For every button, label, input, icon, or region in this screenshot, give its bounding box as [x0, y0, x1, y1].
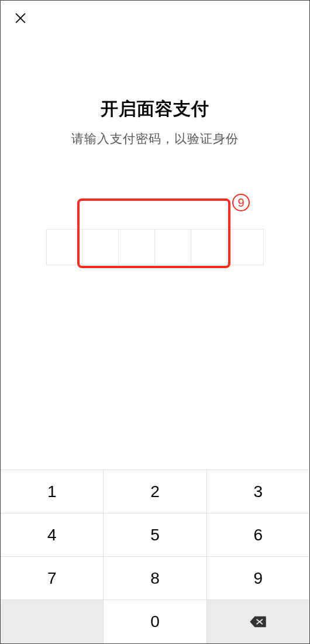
pin-box-4 — [155, 229, 191, 265]
backspace-icon — [249, 615, 267, 628]
pin-box-6 — [228, 229, 264, 265]
keypad-key-6[interactable]: 6 — [207, 513, 309, 557]
keypad-key-5[interactable]: 5 — [104, 513, 206, 557]
keypad-key-1[interactable]: 1 — [1, 470, 104, 513]
page-title: 开启面容支付 — [1, 97, 309, 121]
pin-box-2 — [82, 229, 119, 265]
pin-input-row[interactable] — [1, 229, 309, 265]
keypad-key-3[interactable]: 3 — [207, 470, 309, 513]
keypad-key-0[interactable]: 0 — [104, 600, 206, 643]
keypad-key-8[interactable]: 8 — [104, 557, 206, 600]
pin-box-3 — [119, 229, 155, 265]
keypad-key-7[interactable]: 7 — [1, 557, 104, 600]
keypad-key-2[interactable]: 2 — [104, 470, 206, 513]
pin-box-5 — [191, 229, 228, 265]
keypad-key-blank — [1, 600, 104, 643]
numeric-keypad: 1 2 3 4 5 6 7 8 9 0 — [1, 470, 309, 643]
close-icon — [14, 12, 27, 25]
annotation-badge: 9 — [232, 194, 250, 211]
page-subtitle: 请输入支付密码，以验证身份 — [1, 131, 309, 147]
close-button[interactable] — [11, 9, 30, 28]
pin-box-1 — [46, 229, 82, 265]
keypad-key-9[interactable]: 9 — [207, 557, 309, 600]
keypad-key-backspace[interactable] — [207, 600, 309, 643]
keypad-key-4[interactable]: 4 — [1, 513, 104, 557]
